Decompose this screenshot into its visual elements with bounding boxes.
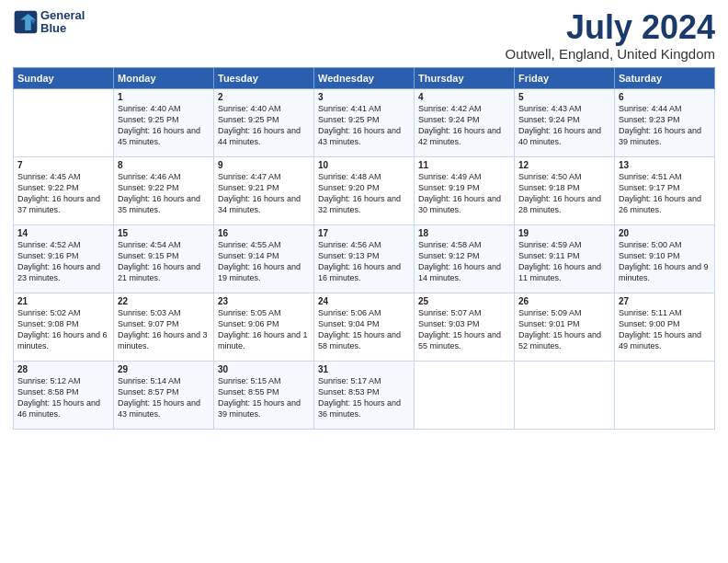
- cell-content: 9Sunrise: 4:47 AMSunset: 9:21 PMDaylight…: [218, 160, 310, 216]
- calendar-cell: 2Sunrise: 4:40 AMSunset: 9:25 PMDaylight…: [214, 88, 314, 156]
- cell-content: 25Sunrise: 5:07 AMSunset: 9:03 PMDayligh…: [418, 296, 510, 352]
- calendar-cell: 24Sunrise: 5:06 AMSunset: 9:04 PMDayligh…: [314, 293, 415, 361]
- calendar-cell: 31Sunrise: 5:17 AMSunset: 8:53 PMDayligh…: [314, 361, 415, 429]
- calendar-week-row: 1Sunrise: 4:40 AMSunset: 9:25 PMDaylight…: [14, 88, 715, 156]
- cell-line: Sunrise: 4:52 AM: [17, 239, 109, 250]
- subtitle: Outwell, England, United Kingdom: [506, 46, 715, 62]
- cell-line: Sunrise: 5:05 AM: [218, 307, 310, 318]
- cell-line: Sunset: 9:16 PM: [17, 250, 109, 261]
- cell-line: Daylight: 16 hours and 34 minutes.: [218, 193, 310, 215]
- cell-content: 16Sunrise: 4:55 AMSunset: 9:14 PMDayligh…: [218, 228, 310, 284]
- main-title: July 2024: [506, 9, 715, 46]
- day-number: 1: [118, 92, 210, 102]
- cell-line: Sunrise: 5:02 AM: [17, 307, 109, 318]
- cell-content: 28Sunrise: 5:12 AMSunset: 8:58 PMDayligh…: [17, 364, 109, 420]
- cell-content: 23Sunrise: 5:05 AMSunset: 9:06 PMDayligh…: [218, 296, 310, 352]
- day-number: 14: [17, 228, 109, 238]
- cell-line: Sunrise: 5:03 AM: [118, 307, 210, 318]
- day-number: 13: [619, 160, 711, 170]
- cell-line: Daylight: 16 hours and 35 minutes.: [118, 193, 210, 215]
- cell-content: 3Sunrise: 4:41 AMSunset: 9:25 PMDaylight…: [318, 92, 410, 148]
- cell-content: 10Sunrise: 4:48 AMSunset: 9:20 PMDayligh…: [318, 160, 410, 216]
- header-day: Monday: [114, 67, 214, 88]
- calendar-cell: 3Sunrise: 4:41 AMSunset: 9:25 PMDaylight…: [314, 88, 415, 156]
- cell-content: 20Sunrise: 5:00 AMSunset: 9:10 PMDayligh…: [619, 228, 711, 284]
- cell-line: Sunrise: 4:50 AM: [518, 171, 610, 182]
- cell-content: 8Sunrise: 4:46 AMSunset: 9:22 PMDaylight…: [118, 160, 210, 216]
- cell-line: Sunrise: 4:45 AM: [17, 171, 109, 182]
- calendar-cell: 18Sunrise: 4:58 AMSunset: 9:12 PMDayligh…: [415, 224, 515, 293]
- cell-line: Sunrise: 4:51 AM: [619, 171, 711, 182]
- day-number: 28: [17, 364, 109, 374]
- cell-line: Sunset: 9:19 PM: [418, 182, 510, 193]
- day-number: 20: [619, 228, 711, 238]
- cell-line: Sunrise: 5:07 AM: [418, 307, 510, 318]
- calendar-cell: 19Sunrise: 4:59 AMSunset: 9:11 PMDayligh…: [515, 224, 615, 293]
- calendar-cell: 23Sunrise: 5:05 AMSunset: 9:06 PMDayligh…: [214, 293, 314, 361]
- cell-line: Daylight: 15 hours and 39 minutes.: [218, 397, 310, 419]
- day-number: 9: [218, 160, 310, 170]
- cell-line: Sunset: 9:22 PM: [17, 182, 109, 193]
- cell-line: Sunset: 9:00 PM: [619, 318, 711, 329]
- cell-line: Daylight: 15 hours and 43 minutes.: [118, 397, 210, 419]
- header-row: SundayMondayTuesdayWednesdayThursdayFrid…: [14, 67, 715, 88]
- calendar-cell: 17Sunrise: 4:56 AMSunset: 9:13 PMDayligh…: [314, 224, 415, 293]
- logo-icon: [13, 9, 39, 35]
- cell-line: Sunrise: 4:48 AM: [318, 171, 410, 182]
- day-number: 27: [619, 296, 711, 306]
- calendar-cell: 8Sunrise: 4:46 AMSunset: 9:22 PMDaylight…: [114, 156, 214, 224]
- cell-line: Sunset: 9:08 PM: [17, 318, 109, 329]
- cell-line: Daylight: 16 hours and 37 minutes.: [17, 193, 109, 215]
- cell-line: Daylight: 16 hours and 40 minutes.: [518, 125, 610, 147]
- day-number: 5: [518, 92, 610, 102]
- cell-line: Sunset: 8:55 PM: [218, 386, 310, 397]
- cell-content: 29Sunrise: 5:14 AMSunset: 8:57 PMDayligh…: [118, 364, 210, 420]
- logo-line1: General: [40, 9, 85, 22]
- calendar-cell: 1Sunrise: 4:40 AMSunset: 9:25 PMDaylight…: [114, 88, 214, 156]
- cell-line: Sunset: 9:25 PM: [118, 114, 210, 125]
- calendar-cell: 20Sunrise: 5:00 AMSunset: 9:10 PMDayligh…: [615, 224, 715, 293]
- cell-line: Sunset: 8:58 PM: [17, 386, 109, 397]
- cell-line: Sunrise: 4:54 AM: [118, 239, 210, 250]
- cell-line: Daylight: 16 hours and 16 minutes.: [318, 261, 410, 283]
- cell-line: Sunset: 9:14 PM: [218, 250, 310, 261]
- cell-line: Sunset: 9:20 PM: [318, 182, 410, 193]
- calendar-cell: 27Sunrise: 5:11 AMSunset: 9:00 PMDayligh…: [615, 293, 715, 361]
- cell-line: Sunrise: 4:47 AM: [218, 171, 310, 182]
- cell-line: Daylight: 16 hours and 9 minutes.: [619, 261, 711, 283]
- day-number: 3: [318, 92, 410, 102]
- day-number: 15: [118, 228, 210, 238]
- cell-line: Sunset: 9:13 PM: [318, 250, 410, 261]
- calendar-cell: 25Sunrise: 5:07 AMSunset: 9:03 PMDayligh…: [415, 293, 515, 361]
- cell-line: Sunrise: 4:43 AM: [518, 103, 610, 114]
- cell-line: Sunset: 8:57 PM: [118, 386, 210, 397]
- cell-line: Daylight: 16 hours and 21 minutes.: [118, 261, 210, 283]
- calendar-cell: 30Sunrise: 5:15 AMSunset: 8:55 PMDayligh…: [214, 361, 314, 429]
- cell-line: Daylight: 16 hours and 3 minutes.: [118, 329, 210, 351]
- day-number: 21: [17, 296, 109, 306]
- day-number: 11: [418, 160, 510, 170]
- calendar-cell: [615, 361, 715, 429]
- cell-line: Sunset: 8:53 PM: [318, 386, 410, 397]
- cell-line: Daylight: 16 hours and 11 minutes.: [518, 261, 610, 283]
- day-number: 31: [318, 364, 410, 374]
- calendar-cell: 5Sunrise: 4:43 AMSunset: 9:24 PMDaylight…: [515, 88, 615, 156]
- cell-line: Daylight: 16 hours and 32 minutes.: [318, 193, 410, 215]
- cell-line: Sunrise: 4:59 AM: [518, 239, 610, 250]
- cell-line: Sunset: 9:24 PM: [518, 114, 610, 125]
- cell-line: Sunrise: 4:55 AM: [218, 239, 310, 250]
- calendar-cell: 16Sunrise: 4:55 AMSunset: 9:14 PMDayligh…: [214, 224, 314, 293]
- calendar-cell: 4Sunrise: 4:42 AMSunset: 9:24 PMDaylight…: [415, 88, 515, 156]
- day-number: 18: [418, 228, 510, 238]
- header-day: Tuesday: [214, 67, 314, 88]
- calendar-cell: 28Sunrise: 5:12 AMSunset: 8:58 PMDayligh…: [14, 361, 114, 429]
- cell-content: 17Sunrise: 4:56 AMSunset: 9:13 PMDayligh…: [318, 228, 410, 284]
- header-day: Saturday: [615, 67, 715, 88]
- cell-line: Daylight: 16 hours and 26 minutes.: [619, 193, 711, 215]
- cell-line: Daylight: 15 hours and 58 minutes.: [318, 329, 410, 351]
- calendar-cell: 22Sunrise: 5:03 AMSunset: 9:07 PMDayligh…: [114, 293, 214, 361]
- day-number: 19: [518, 228, 610, 238]
- calendar-cell: [415, 361, 515, 429]
- calendar-cell: 14Sunrise: 4:52 AMSunset: 9:16 PMDayligh…: [14, 224, 114, 293]
- cell-line: Sunset: 9:11 PM: [518, 250, 610, 261]
